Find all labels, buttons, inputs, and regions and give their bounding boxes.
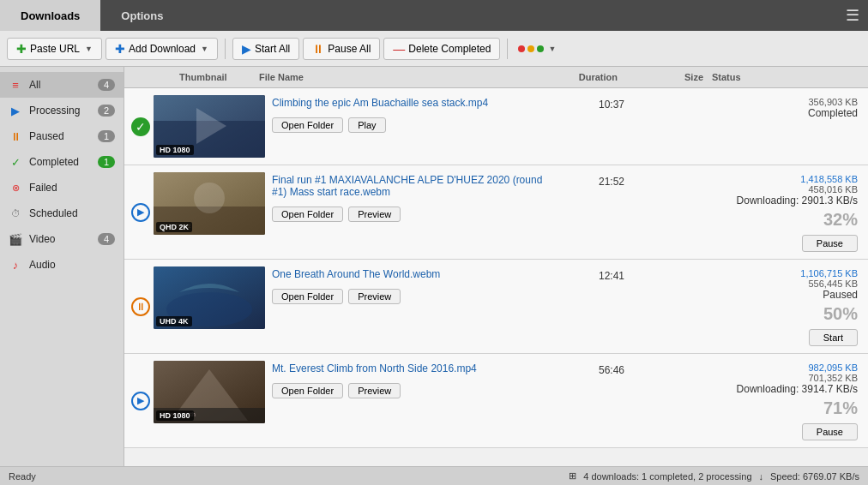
- open-folder-btn-2[interactable]: Open Folder: [272, 207, 343, 222]
- sidebar-label-completed: Completed: [29, 156, 91, 168]
- sidebar-count-paused: 1: [98, 130, 115, 142]
- pause-all-label: Pause All: [328, 43, 371, 55]
- status-icon-4: ▶: [128, 361, 154, 440]
- start-btn-3[interactable]: Start: [809, 329, 858, 346]
- item-size-status-1: 356,903 KB Completed: [624, 95, 865, 158]
- sidebar-item-completed[interactable]: ✓ Completed 1: [0, 149, 124, 175]
- download-item: ▶ alpe d'huez QHD 2K Final run #1 MAXIAV…: [124, 165, 868, 260]
- download-item: ▶ everest north HD 1080 Mt. Everest Clim…: [124, 354, 868, 448]
- tab-downloads[interactable]: Downloads: [0, 0, 100, 31]
- add-download-button[interactable]: ✚ Add Download ▼: [105, 38, 218, 60]
- menu-button[interactable]: ☰: [837, 0, 868, 31]
- plus-icon: ✚: [16, 42, 27, 56]
- dots-dropdown-icon: ▼: [548, 45, 556, 53]
- completed-icon: ✓: [9, 155, 22, 169]
- thumbnail-2: alpe d'huez QHD 2K: [154, 172, 265, 235]
- dot-red: [518, 45, 525, 52]
- sidebar-count-processing: 2: [98, 105, 115, 117]
- play-icon: ▶: [131, 392, 150, 410]
- item-size-status-3: 1,106,715 KB 556,445 KB Paused 50% Start: [624, 266, 865, 346]
- downloads-area: Thumbnail File Name Duration Size Status…: [124, 67, 868, 466]
- item-size-status-2: 1,418,558 KB 458,016 KB Downloading: 290…: [624, 172, 865, 252]
- item-body-3: One Breath Around The World.webm Open Fo…: [265, 266, 564, 346]
- pause-all-icon: ⏸: [312, 42, 324, 56]
- sidebar-count-completed: 1: [98, 156, 115, 168]
- tab-options[interactable]: Options: [100, 0, 184, 31]
- delete-completed-label: Delete Completed: [408, 43, 491, 55]
- open-folder-btn-4[interactable]: Open Folder: [272, 383, 343, 398]
- pause-all-button[interactable]: ⏸ Pause All: [303, 38, 380, 60]
- sidebar-item-video[interactable]: 🎬 Video 4: [0, 226, 124, 252]
- paused-icon: ⏸: [9, 129, 22, 143]
- failed-icon: ⊗: [9, 181, 22, 195]
- paste-url-button[interactable]: ✚ Paste URL ▼: [7, 38, 102, 60]
- preview-btn-2[interactable]: Preview: [348, 207, 401, 222]
- open-folder-btn-1[interactable]: Open Folder: [272, 117, 343, 133]
- item-size-status-4: 982,095 KB 701,352 KB Downloading: 3914.…: [624, 361, 865, 440]
- sidebar-item-all[interactable]: ≡ All 4: [0, 72, 124, 98]
- thumbnail-3: one breath UHD 4K: [154, 266, 265, 329]
- preview-btn-4[interactable]: Preview: [348, 383, 401, 398]
- item-size-3: 1,106,715 KB: [800, 268, 858, 278]
- pause-icon: ⏸: [131, 297, 150, 316]
- sidebar-item-processing[interactable]: ▶ Processing 2: [0, 98, 124, 123]
- sidebar-item-scheduled[interactable]: ⏱ Scheduled: [0, 201, 124, 226]
- item-body-2: Final run #1 MAXIAVALANCHE ALPE D'HUEZ 2…: [265, 172, 564, 252]
- status-icon-2: ▶: [128, 172, 154, 252]
- add-download-dropdown-icon: ▼: [201, 45, 208, 53]
- sidebar-label-video: Video: [29, 233, 91, 245]
- item-body-4: Mt. Everest Climb from North Side 2016.m…: [265, 361, 564, 440]
- status-icon-3: ⏸: [128, 266, 154, 346]
- paste-url-label: Paste URL: [30, 43, 80, 55]
- sidebar-item-failed[interactable]: ⊗ Failed: [0, 175, 124, 201]
- thumb-badge-4: HD 1080: [156, 410, 194, 421]
- pause-btn-4[interactable]: Pause: [802, 423, 858, 440]
- start-all-button[interactable]: ▶ Start All: [232, 38, 299, 60]
- dots-menu-button[interactable]: ▼: [515, 41, 559, 57]
- speed-text: Speed: 6769.07 KB/s: [770, 471, 859, 482]
- delete-completed-button[interactable]: — Delete Completed: [383, 38, 500, 60]
- item-duration-4: 56:46: [564, 361, 624, 440]
- toolbar-separator-1: [225, 39, 226, 59]
- item-title-4[interactable]: Mt. Everest Climb from North Side 2016.m…: [272, 362, 558, 374]
- scheduled-icon: ⏱: [9, 207, 22, 220]
- preview-btn-3[interactable]: Preview: [348, 289, 401, 304]
- start-all-label: Start All: [255, 43, 290, 55]
- item-title-2[interactable]: Final run #1 MAXIAVALANCHE ALPE D'HUEZ 2…: [272, 174, 558, 198]
- sidebar-label-paused: Paused: [29, 130, 91, 142]
- thumb-badge-1: HD 1080: [156, 145, 194, 155]
- sidebar-label-all: All: [29, 79, 91, 91]
- item-title-3[interactable]: One Breath Around The World.webm: [272, 268, 558, 280]
- item-status-text-3: Paused: [823, 289, 858, 301]
- download-item: ⏸ one breath UHD 4K One Breath Around Th…: [124, 260, 868, 354]
- item-title-1[interactable]: Climbing the epic Am Buachaille sea stac…: [272, 97, 558, 109]
- add-download-label: Add Download: [129, 43, 196, 55]
- item-percent-2: 32%: [823, 210, 858, 230]
- item-size-2: 1,418,558 KB: [800, 174, 858, 184]
- sidebar-count-video: 4: [98, 233, 115, 245]
- check-icon: ✓: [131, 117, 150, 136]
- pause-btn-2[interactable]: Pause: [802, 235, 858, 252]
- item-actions-4: Open Folder Preview: [272, 383, 558, 398]
- toolbar: ✚ Paste URL ▼ ✚ Add Download ▼ ▶ Start A…: [0, 31, 868, 67]
- play-icon: ▶: [131, 203, 150, 222]
- item-size-4: 982,095 KB: [809, 362, 859, 373]
- thumbnail-1: sea stack HD 1080: [154, 95, 265, 158]
- sidebar-item-paused[interactable]: ⏸ Paused 1: [0, 123, 124, 149]
- header-status: Status: [703, 72, 858, 82]
- thumb-badge-3: UHD 4K: [156, 316, 192, 326]
- item-size-extra-4: 701,352 KB: [809, 373, 859, 383]
- sidebar-label-audio: Audio: [29, 259, 115, 271]
- sidebar-label-scheduled: Scheduled: [29, 207, 115, 219]
- main-area: ≡ All 4 ▶ Processing 2 ⏸ Paused 1 ✓ Comp…: [0, 67, 868, 466]
- sidebar-item-audio[interactable]: ♪ Audio: [0, 252, 124, 278]
- play-btn-1[interactable]: Play: [348, 117, 385, 133]
- status-ready: Ready: [9, 471, 36, 482]
- item-actions-1: Open Folder Play: [272, 117, 558, 133]
- open-folder-btn-3[interactable]: Open Folder: [272, 289, 343, 304]
- item-body-1: Climbing the epic Am Buachaille sea stac…: [265, 95, 564, 158]
- item-percent-4: 71%: [823, 398, 858, 418]
- title-bar: Downloads Options ☰: [0, 0, 868, 31]
- header-size: Size: [618, 72, 703, 82]
- toolbar-separator-2: [507, 39, 508, 59]
